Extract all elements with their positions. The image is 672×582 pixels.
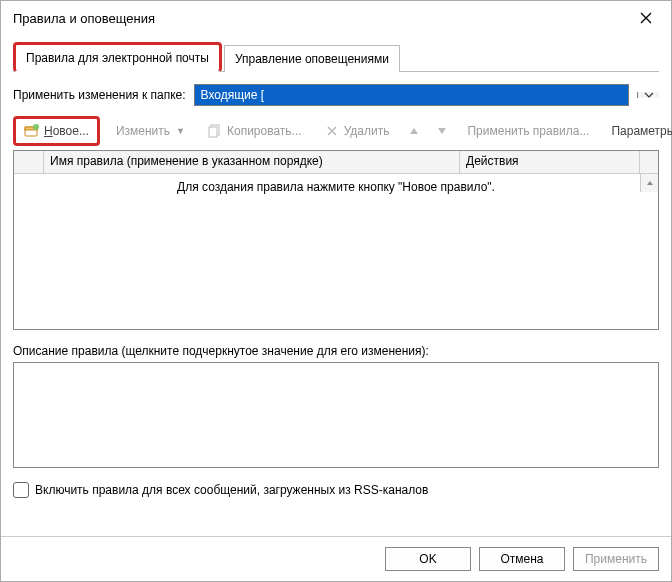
dialog-content: Правила для электронной почты Управление… bbox=[1, 35, 671, 536]
titlebar: Правила и оповещения bbox=[1, 1, 671, 35]
change-label: Изменить bbox=[116, 124, 170, 138]
move-up-button[interactable] bbox=[405, 124, 423, 138]
rules-dialog: Правила и оповещения Правила для электро… bbox=[0, 0, 672, 582]
highlight-new-button: Новое... bbox=[13, 116, 100, 146]
rules-empty-placeholder: Для создания правила нажмите кнопку "Нов… bbox=[14, 174, 658, 194]
copy-label: Копировать... bbox=[227, 124, 302, 138]
chevron-down-icon: ▼ bbox=[176, 126, 185, 136]
svg-rect-4 bbox=[209, 127, 217, 137]
folder-label: Применить изменения к папке: bbox=[13, 88, 186, 102]
delete-icon bbox=[324, 123, 340, 139]
move-down-button[interactable] bbox=[433, 124, 451, 138]
run-rules-label: Применить правила... bbox=[467, 124, 589, 138]
toolbar: Новое... Изменить ▼ Копировать... Удалит… bbox=[13, 116, 659, 146]
apply-button[interactable]: Применить bbox=[573, 547, 659, 571]
close-icon bbox=[640, 12, 652, 24]
ok-button[interactable]: OK bbox=[385, 547, 471, 571]
cancel-button[interactable]: Отмена bbox=[479, 547, 565, 571]
dialog-footer: OK Отмена Применить bbox=[1, 536, 671, 581]
tab-manage-alerts[interactable]: Управление оповещениями bbox=[224, 45, 400, 72]
options-link[interactable]: Параметры bbox=[605, 121, 672, 141]
new-rule-button[interactable]: Новое... bbox=[18, 120, 95, 142]
scroll-up-button[interactable] bbox=[640, 174, 658, 192]
tab-email-rules[interactable]: Правила для электронной почты bbox=[13, 42, 222, 72]
description-box[interactable] bbox=[13, 362, 659, 468]
folder-value: Входящие [ bbox=[195, 85, 628, 105]
rules-table-header: Имя правила (применение в указанном поря… bbox=[14, 151, 658, 174]
folder-dropdown-button[interactable] bbox=[637, 92, 659, 98]
options-label: Параметры bbox=[611, 124, 672, 138]
rss-checkbox[interactable] bbox=[13, 482, 29, 498]
chevron-down-icon bbox=[644, 92, 654, 98]
close-button[interactable] bbox=[631, 7, 661, 29]
delete-button[interactable]: Удалить bbox=[318, 120, 396, 142]
run-rules-button[interactable]: Применить правила... bbox=[461, 121, 595, 141]
triangle-up-icon bbox=[409, 127, 419, 135]
col-actions[interactable]: Действия bbox=[460, 151, 640, 173]
delete-label: Удалить bbox=[344, 124, 390, 138]
col-name[interactable]: Имя правила (применение в указанном поря… bbox=[44, 151, 460, 173]
rss-label: Включить правила для всех сообщений, заг… bbox=[35, 483, 428, 497]
col-checkbox[interactable] bbox=[14, 151, 44, 173]
tab-label: Управление оповещениями bbox=[235, 52, 389, 66]
tab-strip: Правила для электронной почты Управление… bbox=[13, 41, 659, 72]
copy-button[interactable]: Копировать... bbox=[201, 120, 308, 142]
triangle-down-icon bbox=[437, 127, 447, 135]
col-scroll-gutter bbox=[640, 151, 658, 173]
tab-label: Правила для электронной почты bbox=[26, 51, 209, 65]
description-label: Описание правила (щелкните подчеркнутое … bbox=[13, 344, 659, 358]
new-rule-label: Новое... bbox=[44, 124, 89, 138]
rules-table: Имя правила (применение в указанном поря… bbox=[13, 150, 659, 330]
rss-row: Включить правила для всех сообщений, заг… bbox=[13, 482, 659, 498]
new-rule-icon bbox=[24, 123, 40, 139]
copy-icon bbox=[207, 123, 223, 139]
rules-table-body: Для создания правила нажмите кнопку "Нов… bbox=[14, 174, 658, 329]
folder-select[interactable]: Входящие [ bbox=[194, 84, 629, 106]
folder-row: Применить изменения к папке: Входящие [ bbox=[13, 84, 659, 106]
change-button[interactable]: Изменить ▼ bbox=[110, 121, 191, 141]
triangle-up-icon bbox=[646, 180, 654, 186]
svg-point-2 bbox=[33, 124, 39, 130]
dialog-title: Правила и оповещения bbox=[13, 11, 155, 26]
